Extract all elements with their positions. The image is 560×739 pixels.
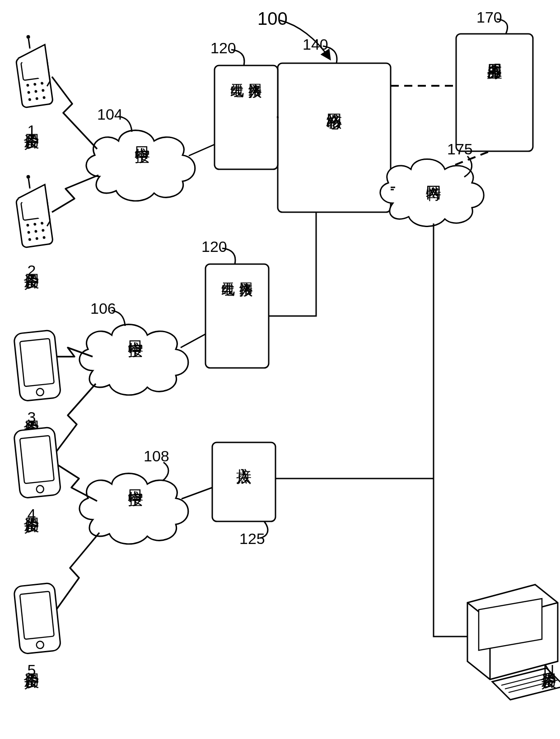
rf-ue5 [56, 533, 99, 609]
ue4-icon [14, 427, 61, 499]
rf-ue4 [56, 384, 96, 451]
core-network-ref: 140 [303, 36, 328, 53]
ran-top-ref: 120 [210, 39, 236, 56]
air-bot-ref: 108 [144, 447, 169, 465]
internet-cloud: 因特网 [380, 159, 484, 227]
svg-rect-51 [205, 264, 269, 368]
svg-rect-21 [456, 34, 533, 151]
ran-top-box: 无线电 接入网络 120 [210, 39, 278, 169]
internet-ref: 175 [447, 140, 473, 158]
app-server-ref: 170 [476, 9, 502, 26]
svg-rect-20 [278, 63, 391, 212]
ue2-icon [13, 173, 53, 248]
diagram-canvas: 100 核心网络 140 应用服务器 170 因特网 175 无线电 接入网络 … [0, 0, 560, 739]
air-mid-ref: 106 [90, 300, 116, 317]
backbone-internet [434, 223, 479, 637]
ran-mid-ref: 120 [201, 238, 227, 255]
rf-ue2 [52, 175, 98, 212]
air-top-ref: 104 [97, 106, 123, 123]
ran-mid-box: 无线电 接入网络 120 [201, 238, 269, 368]
link-ranmid-airmid [181, 334, 205, 348]
ueN-icon [467, 585, 560, 700]
svg-rect-54 [212, 442, 275, 521]
figure-ref: 100 [257, 9, 288, 28]
ap-ref: 125 [239, 530, 265, 547]
rf-ue1 [52, 77, 97, 149]
ap-box: 接入点 125 [212, 442, 275, 547]
link-ap-airbot [182, 488, 212, 499]
link-core-ranmid [269, 212, 316, 316]
ue5-label: 用户设备5 [23, 661, 40, 690]
ue1-label: 用户设备1 [23, 122, 40, 150]
app-server-box: 应用服务器 170 [456, 9, 533, 151]
svg-rect-22 [215, 65, 278, 169]
ue2-label: 用户设备2 [23, 262, 40, 290]
core-network-box: 核心网络 140 [278, 36, 391, 212]
ue3-icon [14, 330, 61, 402]
ue1-icon [13, 33, 53, 108]
link-ran-air-top [189, 144, 215, 156]
ue4-label: 用户设备4 [23, 506, 40, 534]
air-top-cloud [86, 130, 195, 201]
ue5-icon [14, 583, 61, 655]
air-bot-cloud [79, 474, 188, 544]
